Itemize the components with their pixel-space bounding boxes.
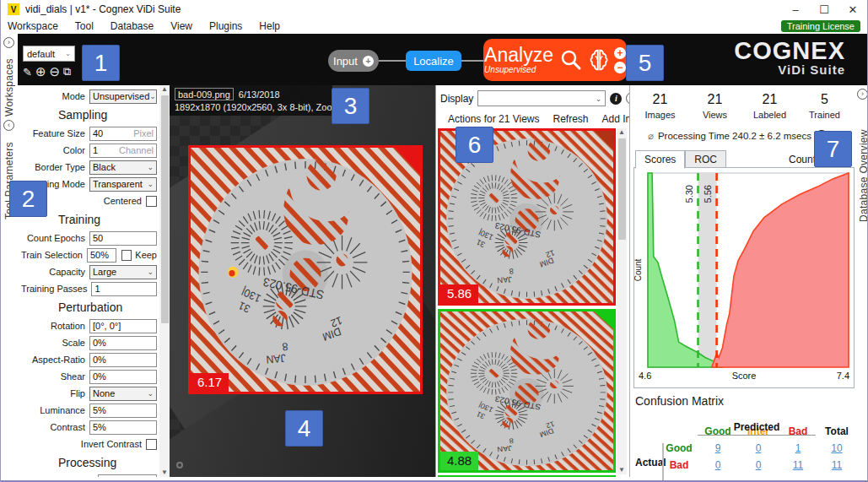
display-info-icon[interactable]: i <box>610 93 622 105</box>
annotation-marker-6: 6 <box>456 127 493 163</box>
analyze-tool-button[interactable]: Analyze Unsupervised + − <box>483 39 627 81</box>
tool-parameters-scrollbar[interactable]: ▲ ▼ <box>159 85 170 477</box>
param-select-value: None <box>93 388 115 398</box>
menu-database[interactable]: Database <box>102 20 162 32</box>
section-perturbation: Perturbation <box>21 297 157 317</box>
menu-view[interactable]: View <box>162 20 201 32</box>
refresh-button[interactable]: Refresh <box>553 113 589 125</box>
conf-bad-good[interactable]: 0 <box>698 457 738 474</box>
param-input[interactable]: 5% <box>89 403 157 418</box>
svg-text:JAN: JAN <box>497 275 512 284</box>
param-input[interactable]: 0% <box>89 370 157 384</box>
display-select[interactable]: ⌄ <box>477 90 606 106</box>
param-input[interactable]: 1Channel <box>89 144 157 158</box>
view-thumbnail-partial[interactable] <box>438 475 616 477</box>
scrollbar-thumb[interactable] <box>618 138 626 240</box>
database-overview-tab[interactable]: Database Overview <box>858 104 868 222</box>
close-button[interactable]: ✕ <box>838 0 867 19</box>
database-overview-collapse-icon[interactable]: › <box>857 89 868 100</box>
chevron-down-icon: ⌄ <box>147 268 154 276</box>
menu-workspace[interactable]: Workspace <box>1 20 67 32</box>
param-input-value: 50% <box>90 250 109 260</box>
param-row-contrast: Contrast5% <box>21 419 157 436</box>
param-input[interactable]: 50% <box>87 248 116 263</box>
tab-scores[interactable]: Scores <box>635 150 685 169</box>
stat-value: 21 <box>742 92 797 107</box>
score-badge: 4.88 <box>440 452 478 470</box>
param-label: Color <box>21 145 89 155</box>
input-tool-label: Input <box>333 55 358 68</box>
add-workspace-icon[interactable]: ⊕ <box>35 64 46 79</box>
x-tick-max: 7.4 <box>837 371 849 381</box>
input-tool-button[interactable]: Input + <box>328 50 379 72</box>
minimize-button[interactable]: – <box>781 0 810 19</box>
param-input[interactable]: 5% <box>89 420 157 435</box>
scroll-up-icon[interactable]: ▲ <box>159 85 170 94</box>
param-input-value: 1 <box>94 284 100 294</box>
param-label: Feature Size <box>21 128 89 138</box>
scroll-up-icon[interactable]: ▲ <box>617 128 627 137</box>
param-select[interactable]: Black⌄ <box>89 160 157 175</box>
scores-chart[interactable]: 5.305.56Count <box>633 167 855 388</box>
param-label: Sampling Density <box>21 476 98 477</box>
param-input[interactable]: 0% <box>89 353 157 367</box>
remove-workspace-icon[interactable]: ⊖ <box>49 64 60 79</box>
main-toolbar: default ⌄ ✎ ⊕ ⊖ ⧉ Input + Localize Analy… <box>18 34 868 85</box>
conf-good-inter[interactable]: 0 <box>738 440 779 457</box>
rename-workspace-icon[interactable]: ✎ <box>23 66 32 79</box>
zoom-in-icon[interactable]: + <box>614 47 626 59</box>
maximize-button[interactable]: ☐ <box>810 0 838 19</box>
stat-value: 21 <box>687 92 742 107</box>
param-input[interactable]: 3 <box>98 474 157 478</box>
conf-bad-inter[interactable]: 0 <box>738 457 779 474</box>
conf-bad-total[interactable]: 11 <box>817 457 856 474</box>
workspace-select[interactable]: default ⌄ <box>23 46 75 62</box>
menu-tool[interactable]: Tool <box>67 20 102 32</box>
x-axis-label: Score <box>732 371 757 381</box>
scroll-down-icon[interactable]: ▼ <box>159 468 170 477</box>
localize-tool-button[interactable]: Localize <box>406 51 461 71</box>
param-input[interactable]: 40Pixel <box>89 127 157 141</box>
average-icon: ⌀ <box>648 130 654 142</box>
actual-divider <box>662 443 664 480</box>
param-label: Scale <box>21 338 89 348</box>
menu-plugins[interactable]: Plugins <box>201 20 251 32</box>
param-select[interactable]: None⌄ <box>89 387 157 401</box>
app-window: V vidi_dials | v1* - Cognex ViDi Suite –… <box>0 0 868 482</box>
views-scrollbar[interactable]: ▲ ▼ <box>617 128 627 474</box>
conf-bad-bad[interactable]: 11 <box>779 457 817 474</box>
param-select[interactable]: Transparent⌄ <box>89 177 157 192</box>
analyzed-image-view[interactable]: STD-95.02312DIM130|318JAN6.17 <box>188 145 423 394</box>
param-label: Training Passes <box>21 284 91 294</box>
tool-parameters-collapse-icon[interactable]: ‹ <box>3 120 14 131</box>
param-checkbox[interactable] <box>146 439 157 450</box>
conf-good-total[interactable]: 10 <box>817 440 856 457</box>
conf-good-good[interactable]: 9 <box>698 440 738 457</box>
tab-roc[interactable]: ROC <box>685 150 726 169</box>
param-select[interactable]: Large⌄ <box>89 265 157 279</box>
param-input[interactable]: 1 <box>91 282 157 296</box>
param-input[interactable]: [0°, 0°] <box>89 319 157 333</box>
param-input[interactable]: 50 <box>89 231 157 246</box>
zoom-out-icon[interactable]: − <box>614 62 626 73</box>
param-select[interactable]: Unsupervised⌄ <box>89 89 157 104</box>
param-input[interactable]: 0% <box>89 336 157 350</box>
param-label: Rotation <box>21 321 89 331</box>
workspaces-expand-icon[interactable]: › <box>3 37 14 48</box>
keep-checkbox[interactable] <box>121 250 132 261</box>
actions-for-views-button[interactable]: Actions for 21 Views <box>448 113 540 125</box>
param-checkbox[interactable] <box>146 196 157 207</box>
scroll-down-icon[interactable]: ▼ <box>617 466 627 474</box>
image-date: 6/13/2018 <box>239 89 280 100</box>
workspaces-tab[interactable]: Workspaces <box>3 51 15 116</box>
view-thumbnail-good[interactable]: STD-95.02312DIM130|318JAN4.88 <box>438 309 616 473</box>
stat-label: Images <box>633 110 687 120</box>
scrollbar-thumb[interactable] <box>161 95 169 323</box>
image-filename-field[interactable]: bad-009.png <box>175 88 234 100</box>
stat-label: Views <box>687 110 742 120</box>
copy-workspace-icon[interactable]: ⧉ <box>63 65 71 79</box>
menu-help[interactable]: Help <box>251 20 288 32</box>
zoom-reset-icon[interactable] <box>176 462 183 468</box>
brain-icon <box>586 47 612 73</box>
conf-good-bad[interactable]: 1 <box>779 440 817 457</box>
